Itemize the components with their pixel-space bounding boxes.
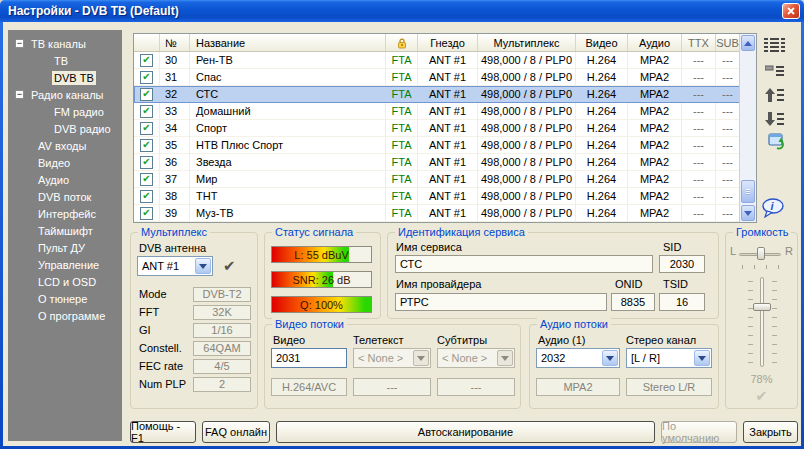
sidebar-item[interactable]: Аудио <box>8 171 122 188</box>
sidebar-item[interactable]: Пульт ДУ <box>8 239 122 256</box>
sidebar-item[interactable]: Таймшифт <box>8 222 122 239</box>
move-channel-up-button[interactable] <box>762 84 788 106</box>
close-button[interactable] <box>782 3 800 19</box>
sidebar-item[interactable]: FM радио <box>8 103 122 120</box>
multiplex-field-label: Num PLP <box>139 378 186 390</box>
sidebar-item[interactable]: О тюнере <box>8 290 122 307</box>
sidebar-item[interactable]: AV входы <box>8 137 122 154</box>
sidebar-item[interactable]: ТВ каналы <box>8 35 122 52</box>
header-checkbox-column[interactable] <box>134 34 160 51</box>
channel-info-button[interactable]: i <box>760 197 786 219</box>
dvb-antenna-select[interactable]: ANT #1 <box>137 256 213 276</box>
sidebar-item-label: Управление <box>36 258 101 272</box>
move-channel-down-button[interactable] <box>762 107 788 129</box>
channel-socket: ANT #1 <box>418 120 478 137</box>
channel-row[interactable]: 33 Домашний FTA ANT #1 498,000 / 8 / PLP… <box>134 103 756 120</box>
header-name[interactable]: Название <box>190 34 386 51</box>
channel-list-button[interactable] <box>762 33 788 55</box>
channel-checkbox[interactable] <box>140 190 153 203</box>
subtitles-value: < None > <box>438 352 496 364</box>
sidebar-item[interactable]: DVB ТВ <box>8 69 122 86</box>
sidebar-item[interactable]: Видео <box>8 154 122 171</box>
channel-checkbox[interactable] <box>140 156 153 169</box>
channel-ttx: --- <box>682 103 716 120</box>
channel-checkbox[interactable] <box>140 207 153 220</box>
sidebar-item[interactable]: Интерфейс <box>8 205 122 222</box>
channel-multiplex: 498,000 / 8 / PLP0 <box>478 171 576 188</box>
channel-checkbox[interactable] <box>140 105 153 118</box>
refresh-channels-button[interactable] <box>764 130 790 152</box>
help-button[interactable]: Помощь - F1 <box>130 421 196 443</box>
channel-checkbox[interactable] <box>140 122 153 135</box>
sidebar-item-label: DVB ТВ <box>52 71 96 85</box>
header-audio[interactable]: Аудио <box>628 34 682 51</box>
signal-bar-label: L: 55 dBuV <box>272 247 371 262</box>
video-panel-title: Видео потоки <box>272 317 347 331</box>
channel-checkbox[interactable] <box>140 139 153 152</box>
channel-number: 32 <box>160 86 190 103</box>
tree-expander-icon[interactable] <box>15 39 24 48</box>
scroll-track[interactable] <box>740 52 756 204</box>
channel-row[interactable]: 38 ТНТ FTA ANT #1 498,000 / 8 / PLP0 H.2… <box>134 188 756 205</box>
remove-channel-button[interactable] <box>762 60 788 82</box>
header-number[interactable]: № <box>160 34 190 51</box>
channel-row[interactable]: 34 Спорт FTA ANT #1 498,000 / 8 / PLP0 H… <box>134 120 756 137</box>
channel-video: H.264 <box>576 103 628 120</box>
channel-row[interactable]: 30 Рен-ТВ FTA ANT #1 498,000 / 8 / PLP0 … <box>134 52 756 69</box>
scroll-up-button[interactable] <box>741 35 755 51</box>
title-bar[interactable]: Настройки - DVB ТВ (Default) <box>0 0 804 22</box>
sidebar-item[interactable]: Радио каналы <box>8 86 122 103</box>
volume-slider-thumb[interactable] <box>753 303 771 311</box>
sidebar-item[interactable]: DVB радио <box>8 120 122 137</box>
header-sub[interactable]: SUB <box>716 34 739 51</box>
channel-checkbox[interactable] <box>140 54 153 67</box>
video-pid-input[interactable]: 2031 <box>271 348 347 368</box>
header-multiplex[interactable]: Мультиплекс <box>478 34 576 51</box>
sidebar-item-label: Аудио <box>36 173 71 187</box>
channel-checkbox[interactable] <box>140 88 153 101</box>
sidebar-item[interactable]: ТВ <box>8 52 122 69</box>
channel-row[interactable]: 31 Спас FTA ANT #1 498,000 / 8 / PLP0 H.… <box>134 69 756 86</box>
balance-slider-thumb[interactable] <box>757 247 765 260</box>
sidebar-item[interactable]: LCD и OSD <box>8 273 122 290</box>
channel-row[interactable]: 36 Звезда FTA ANT #1 498,000 / 8 / PLP0 … <box>134 154 756 171</box>
channel-checkbox[interactable] <box>140 173 153 186</box>
channel-access: FTA <box>386 103 418 120</box>
channel-row[interactable]: 32 СТС FTA ANT #1 498,000 / 8 / PLP0 H.2… <box>134 86 756 103</box>
dropdown-button[interactable] <box>195 258 211 274</box>
table-scrollbar[interactable] <box>739 34 756 222</box>
header-lock[interactable] <box>386 34 418 51</box>
channel-table: № Название Гнездо Мультиплекс Видео Ауди… <box>133 33 757 223</box>
header-video[interactable]: Видео <box>576 34 628 51</box>
channel-row[interactable]: 39 Муз-ТВ FTA ANT #1 498,000 / 8 / PLP0 … <box>134 205 756 222</box>
tree-expander-icon[interactable] <box>15 90 24 99</box>
sidebar-item[interactable]: О программе <box>8 307 122 324</box>
antenna-apply-check-icon[interactable]: ✔ <box>223 257 236 275</box>
teletext-select: < None > <box>353 348 431 368</box>
signal-bar-label: Q: 100% <box>272 297 371 312</box>
dropdown-button[interactable] <box>602 350 618 366</box>
sidebar-item[interactable]: DVB поток <box>8 188 122 205</box>
volume-slider-track[interactable] <box>760 277 764 367</box>
stereo-channel-select[interactable]: [L / R] <box>626 348 712 368</box>
autoscan-button[interactable]: Автосканирование <box>276 421 655 443</box>
tsid-field: 16 <box>659 293 705 311</box>
close-dialog-button[interactable]: Закрыть <box>743 421 798 443</box>
scroll-down-button[interactable] <box>741 205 755 221</box>
info-bubble-icon: i <box>761 198 785 218</box>
signal-bar-label: SNR: 26 dB <box>272 272 371 287</box>
sidebar-item[interactable]: Управление <box>8 256 122 273</box>
channel-row[interactable]: 35 НТВ Плюс Спорт FTA ANT #1 498,000 / 8… <box>134 137 756 154</box>
channel-checkbox[interactable] <box>140 71 153 84</box>
dropdown-button[interactable] <box>694 350 710 366</box>
scroll-thumb[interactable] <box>741 180 755 203</box>
sidebar-item-label: Пульт ДУ <box>36 241 87 255</box>
header-ttx[interactable]: TTX <box>682 34 716 51</box>
volume-percent: 78% <box>726 373 797 385</box>
faq-button[interactable]: FAQ онлайн <box>202 421 270 443</box>
audio-pid-select[interactable]: 2032 <box>536 348 620 368</box>
channel-socket: ANT #1 <box>418 188 478 205</box>
header-socket[interactable]: Гнездо <box>418 34 478 51</box>
channel-row[interactable]: 37 Мир FTA ANT #1 498,000 / 8 / PLP0 H.2… <box>134 171 756 188</box>
dvb-antenna-label: DVB антенна <box>139 242 206 254</box>
